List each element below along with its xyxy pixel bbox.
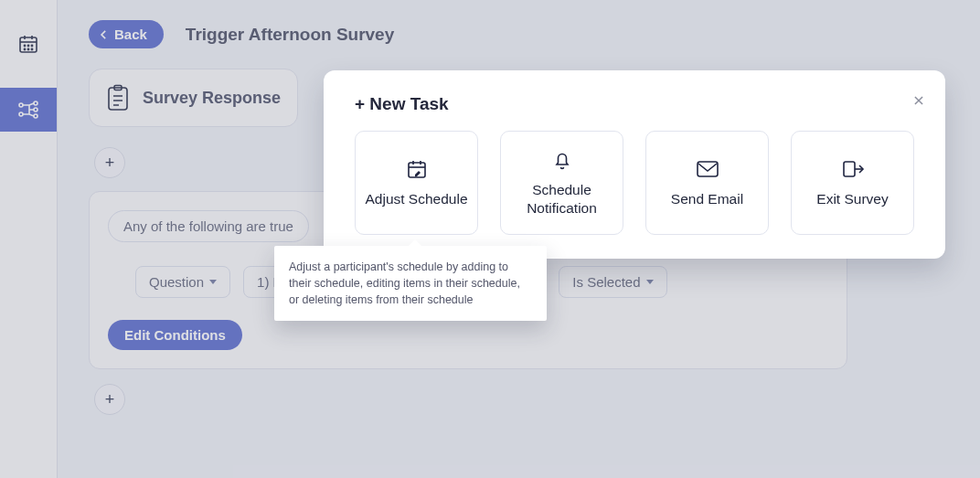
task-send-email[interactable]: Send Email	[645, 131, 769, 235]
envelope-icon	[696, 157, 719, 181]
close-button[interactable]	[912, 92, 925, 112]
close-icon	[912, 94, 925, 107]
svg-rect-15	[698, 162, 718, 176]
task-label: Adjust Schedule	[365, 190, 467, 208]
adjust-schedule-tooltip: Adjust a participant's schedule by addin…	[274, 246, 547, 321]
task-schedule-notification[interactable]: Schedule Notification	[500, 131, 623, 235]
tooltip-text: Adjust a participant's schedule by addin…	[289, 260, 520, 306]
task-label: Send Email	[671, 190, 743, 208]
bell-icon	[550, 148, 574, 172]
task-options: Adjust Schedule Schedule Notification Se…	[355, 131, 914, 235]
task-adjust-schedule[interactable]: Adjust Schedule	[355, 131, 478, 235]
task-label: Exit Survey	[816, 190, 888, 208]
svg-rect-16	[844, 162, 855, 176]
task-label: Schedule Notification	[505, 181, 619, 218]
task-exit-survey[interactable]: Exit Survey	[791, 131, 914, 235]
modal-title: + New Task	[355, 94, 914, 114]
exit-icon	[841, 157, 865, 181]
new-task-modal: + New Task Adjust Schedule Schedule Noti…	[324, 70, 945, 259]
calendar-edit-icon	[405, 157, 429, 181]
